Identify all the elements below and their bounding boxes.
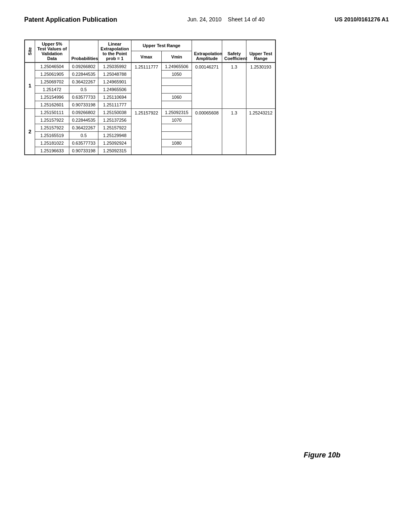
vmin-value: [162, 124, 192, 132]
prob-value: 0.63577733: [69, 139, 98, 147]
linear-value: 1.25092315: [98, 147, 131, 155]
prob-value: 0.22844535: [69, 71, 98, 78]
table-row: 11.250465040.092668021.250359921.2511177…: [25, 62, 275, 71]
probabilities-header: Probabilities: [69, 40, 98, 63]
prob-value: 0.63577733: [69, 94, 98, 101]
linear-value: 1.25110694: [98, 94, 131, 101]
site-header: Site: [25, 40, 35, 63]
linear-value: 1.25157922: [98, 124, 131, 132]
safety-coef-header: Safety Coefficient: [222, 40, 246, 63]
data-table: Site Upper 5% Test Values of Validation …: [25, 40, 275, 155]
prob-value: 0.22844535: [69, 116, 98, 124]
publication-title: Patent Application Publication: [24, 16, 117, 23]
vmax-value: 1.25111777: [131, 62, 162, 109]
vmin-value: [162, 78, 192, 86]
prob-value: 0.09266802: [69, 109, 98, 116]
prob-value: 0.36422267: [69, 78, 98, 86]
vmin-value: [162, 147, 192, 155]
vmin-value: [162, 86, 192, 94]
prob-value: 0.5: [69, 132, 98, 139]
vmin-value: 1070: [162, 116, 192, 124]
prob-value: 0.90733198: [69, 101, 98, 109]
upper-test-range-header: Upper Test Range: [246, 40, 275, 63]
linear-value: 1.25035992: [98, 62, 131, 71]
page-header: Patent Application Publication Jun. 24, …: [0, 0, 413, 31]
upper-test-range-group-header: Upper Test Range: [131, 40, 192, 51]
table-row: 21.251501110.092668021.251500381.2515792…: [25, 109, 275, 116]
safety-coef-value: 1.3: [222, 62, 246, 109]
publication-date-sheet: Jun. 24, 2010 Sheet 14 of 40: [187, 16, 265, 23]
vmin-value: 1060: [162, 94, 192, 101]
upper5-value: 1.25061905: [35, 71, 69, 78]
vmin-value: 1.24965506: [162, 62, 192, 71]
site-label: Site: [26, 45, 33, 57]
extrap-amplitude-header: Extrapolation Amplitude: [192, 40, 222, 63]
vmin-value: [162, 101, 192, 109]
publication-number: US 2010/0161276 A1: [335, 16, 389, 23]
extrap-amplitude-value: 0.00146271: [192, 62, 222, 109]
upper5-value: 1.25162601: [35, 101, 69, 109]
prob-value: 0.09266802: [69, 62, 98, 71]
upper5-value: 1.25165519: [35, 132, 69, 139]
linear-value: 1.24965506: [98, 86, 131, 94]
upper5-value: 1.25046504: [35, 62, 69, 71]
upper5-value: 1.25157922: [35, 124, 69, 132]
linear-value: 1.25129948: [98, 132, 131, 139]
prob-value: 0.5: [69, 86, 98, 94]
vmin-value: 1050: [162, 71, 192, 78]
linear-value: 1.25150038: [98, 109, 131, 116]
figure-caption: Figure 10b: [304, 451, 340, 459]
publication-sheet: Sheet 14 of 40: [228, 16, 265, 23]
header-row-1: Site Upper 5% Test Values of Validation …: [25, 40, 275, 51]
upper5-header: Upper 5% Test Values of Validation Data: [35, 40, 69, 63]
upper5-value: 1.25150111: [35, 109, 69, 116]
data-table-container: Site Upper 5% Test Values of Validation …: [24, 39, 276, 155]
upper5-value: 1.251472: [35, 86, 69, 94]
vmin-value: 1080: [162, 139, 192, 147]
main-content: Site Upper 5% Test Values of Validation …: [0, 31, 413, 163]
linear-value: 1.25092924: [98, 139, 131, 147]
vmin-value: 1.25092315: [162, 109, 192, 116]
publication-date: Jun. 24, 2010: [187, 16, 221, 23]
vmax-value: 1.25157922: [131, 109, 162, 155]
linear-value: 1.25048788: [98, 71, 131, 78]
site-number: 1: [25, 62, 35, 109]
upper-test-value: 1.2530193: [246, 62, 275, 109]
upper5-value: 1.25157922: [35, 116, 69, 124]
prob-value: 0.36422267: [69, 124, 98, 132]
prob-value: 0.90733198: [69, 147, 98, 155]
extrap-amplitude-value: 0.00065608: [192, 109, 222, 155]
upper5-value: 1.25154996: [35, 94, 69, 101]
vmax-header: Vmax: [131, 51, 162, 62]
upper5-value: 1.25181022: [35, 139, 69, 147]
upper-test-value: 1.25243212: [246, 109, 275, 155]
vmin-header: Vmin: [162, 51, 192, 62]
linear-value: 1.24965901: [98, 78, 131, 86]
upper5-value: 1.25196633: [35, 147, 69, 155]
linear-value: 1.25111777: [98, 101, 131, 109]
upper5-value: 1.25069702: [35, 78, 69, 86]
linear-value: 1.25137256: [98, 116, 131, 124]
vmin-value: [162, 132, 192, 139]
site-number: 2: [25, 109, 35, 155]
safety-coef-value: 1.3: [222, 109, 246, 155]
linear-extrap-header: Linear Extrapolation to the Point prob =…: [98, 40, 131, 63]
